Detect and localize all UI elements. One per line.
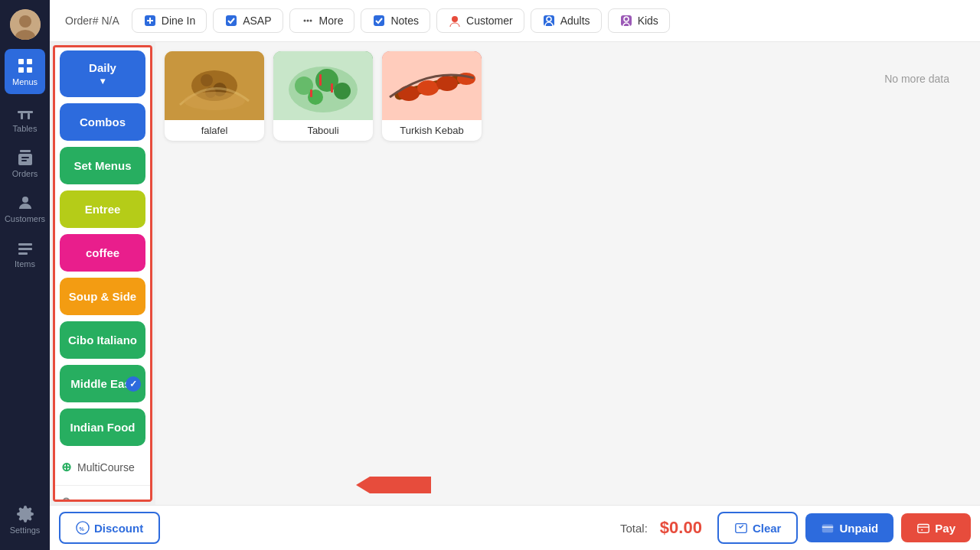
sidebar-item-orders[interactable]: Orders [0,141,50,186]
svg-rect-15 [18,243,32,246]
asap-button[interactable]: ASAP [213,8,283,33]
search-item[interactable]: Search Item [55,485,150,502]
adults-label: Adults [560,15,590,27]
sidebar-item-tables[interactable]: Tables [0,96,50,141]
svg-rect-19 [226,15,237,26]
menu-panel: Daily ▾ Combos Set Menus Entree coffee S… [53,45,152,502]
svg-rect-10 [20,150,31,152]
svg-point-21 [306,20,309,22]
chevron-down-icon: ▾ [100,76,105,86]
sidebar-item-customers[interactable]: Customers [0,186,50,231]
dine-in-button[interactable]: Dine In [132,8,207,33]
sidebar-customers-label: Customers [5,214,45,223]
total-amount: $0.00 [660,518,702,538]
sidebar-item-items[interactable]: Items [0,231,50,276]
bottom-bar: % Discount Total: $0.00 Clear Unpaid Pay [50,505,980,550]
svg-point-22 [309,20,312,22]
svg-rect-3 [18,59,24,64]
kebab-image [382,51,482,120]
svg-point-33 [201,74,213,86]
clear-button[interactable]: Clear [717,512,799,544]
customer-button[interactable]: Customer [436,8,524,33]
menu-coffee-button[interactable]: coffee [60,234,145,272]
svg-point-36 [184,92,245,110]
dine-in-label: Dine In [162,15,195,27]
menu-cibo-button[interactable]: Cibo Italiano [60,321,145,359]
more-label: More [319,15,344,27]
svg-rect-44 [331,83,333,93]
sidebar-menus-label: Menus [12,77,38,86]
more-button[interactable]: More [289,8,355,33]
kids-button[interactable]: Kids [608,8,670,33]
sidebar-settings-label: Settings [10,526,41,535]
customer-label: Customer [466,15,513,27]
svg-rect-4 [27,59,32,64]
tabouli-label: Tabouli [273,120,373,141]
adults-button[interactable]: Adults [531,8,602,33]
svg-rect-12 [21,157,29,158]
avatar[interactable] [10,9,41,40]
food-grid: falafel [155,42,980,150]
svg-point-24 [452,16,458,22]
menu-middle-east-button[interactable]: Middle East ✓ [60,365,145,402]
order-number: Order# N/A [59,10,126,31]
sidebar-bottom: Settings [10,497,41,550]
arrow-right-icon [370,477,431,493]
svg-rect-9 [28,113,30,119]
svg-point-48 [398,86,420,101]
check-badge-icon: ✓ [126,376,141,392]
svg-rect-13 [21,160,27,161]
menu-entree-button[interactable]: Entree [60,190,145,228]
svg-rect-56 [918,525,929,533]
order-area: falafel [155,42,980,505]
svg-point-14 [22,197,28,203]
svg-rect-7 [18,111,33,113]
arrow-indicator [370,477,431,493]
notes-label: Notes [390,15,419,27]
svg-rect-17 [18,252,28,255]
kids-label: Kids [638,15,658,27]
multicourse-item[interactable]: ⊕ MultiCourse [55,449,150,485]
sidebar-tables-label: Tables [13,124,38,133]
svg-rect-43 [319,74,322,86]
food-card-kebab[interactable]: Turkish Kebab [382,51,482,141]
notes-button[interactable]: Notes [361,8,430,33]
svg-point-29 [64,499,70,503]
menu-combos-button[interactable]: Combos [60,103,145,141]
menu-daily-button[interactable]: Daily ▾ [60,50,145,97]
food-card-tabouli[interactable]: Tabouli [273,51,373,141]
svg-rect-23 [374,15,384,26]
sidebar: Menus Tables Orders Customers Items Sett… [0,0,50,550]
plus-icon: ⊕ [61,460,71,474]
sidebar-orders-label: Orders [12,169,38,178]
svg-text:%: % [80,526,85,532]
discount-button[interactable]: % Discount [59,512,160,544]
sidebar-item-menus[interactable]: Menus [5,49,45,94]
svg-rect-8 [21,113,23,119]
menu-soup-button[interactable]: Soup & Side [60,278,145,315]
svg-point-49 [417,80,439,96]
content-row: Daily ▾ Combos Set Menus Entree coffee S… [50,42,980,505]
svg-rect-5 [18,67,24,73]
svg-rect-6 [27,67,32,73]
no-more-data-label: No more data [884,73,949,85]
sidebar-items-label: Items [15,259,35,268]
svg-rect-16 [18,248,32,250]
pay-button[interactable]: Pay [901,513,971,542]
unpaid-button[interactable]: Unpaid [805,513,893,542]
kebab-label: Turkish Kebab [382,120,482,141]
menu-indian-button[interactable]: Indian Food [60,408,145,446]
menu-set-menus-button[interactable]: Set Menus [60,147,145,184]
topbar: Order# N/A Dine In ASAP More Notes Custo… [50,0,980,42]
food-card-falafel[interactable]: falafel [165,51,264,141]
main-content: Order# N/A Dine In ASAP More Notes Custo… [50,0,980,550]
search-icon [61,496,74,502]
svg-rect-54 [736,524,746,533]
falafel-label: falafel [165,120,264,141]
svg-point-1 [19,15,31,28]
sidebar-item-settings[interactable]: Settings [10,497,41,542]
svg-point-20 [303,20,305,22]
svg-point-50 [436,76,458,91]
asap-label: ASAP [243,15,271,27]
svg-point-41 [334,83,351,99]
